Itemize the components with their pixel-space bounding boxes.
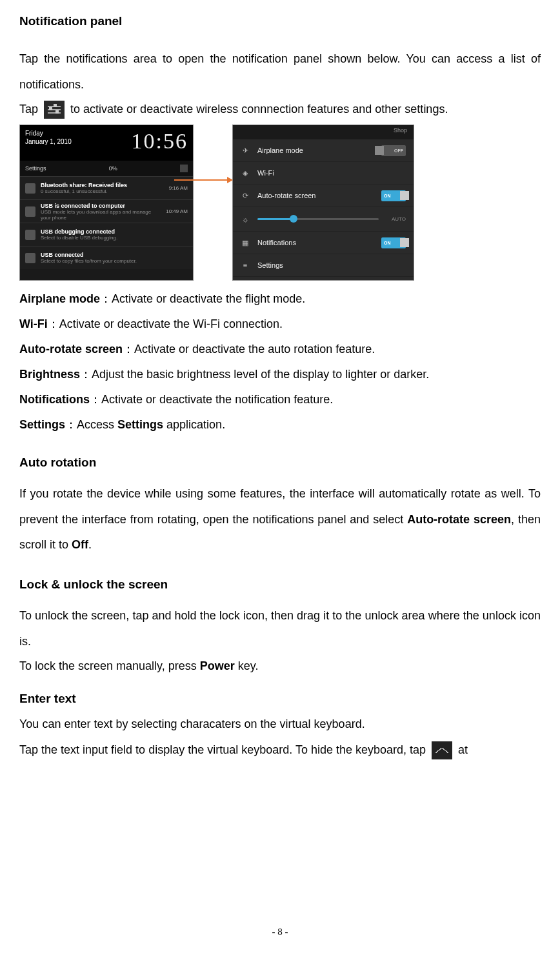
hide-keyboard-icon xyxy=(432,741,452,759)
def-autorotate: Auto-rotate screen：Activate or deactivat… xyxy=(19,337,541,361)
debug-icon xyxy=(25,230,35,240)
notif-item-usb-storage: USB connected Select to copy files to/fr… xyxy=(20,246,193,269)
notif-date: January 1, 2010 xyxy=(25,137,72,146)
quick-row-settings: ≡ Settings xyxy=(233,254,414,277)
notif-time-label: 9:16 AM xyxy=(169,185,188,191)
def-desc: ：Adjust the basic brightness level of th… xyxy=(80,368,429,381)
notif-statusbar: Settings 0% xyxy=(20,161,193,176)
def-notifications: Notifications：Activate or deactivate the… xyxy=(19,388,541,411)
def-desc: ：Activate or deactivate the notification… xyxy=(90,393,333,406)
notif-time-label: 10:49 AM xyxy=(166,208,188,214)
quick-settings-icon xyxy=(180,165,188,172)
quick-row-wifi: ◈ Wi-Fi xyxy=(233,162,414,185)
brightness-slider xyxy=(257,218,379,220)
screenshot-notification-panel: Friday January 1, 2010 10:56 Settings 0%… xyxy=(19,125,194,281)
airplane-toggle: OFF xyxy=(381,145,406,156)
settings-toggle-icon xyxy=(44,101,65,119)
notif-sub: Select to copy files to/from your comput… xyxy=(41,258,188,264)
def-wifi: Wi-Fi：Activate or deactivate the Wi-Fi c… xyxy=(19,312,541,336)
wifi-icon: ◈ xyxy=(241,168,250,177)
notif-header: Friday January 1, 2010 10:56 xyxy=(20,125,193,161)
notif-sub: Select to disable USB debugging. xyxy=(41,235,188,241)
status-right: 0% xyxy=(109,165,117,172)
def-settings: Settings：Access Settings application. xyxy=(19,413,541,436)
slider-thumb xyxy=(290,215,297,223)
notif-item-bluetooth: Bluetooth share: Received files 0 succes… xyxy=(20,176,193,199)
def-desc-3: application. xyxy=(163,418,225,431)
para-text: To lock the screen manually, press xyxy=(19,659,200,672)
screenshots-row: Friday January 1, 2010 10:56 Settings 0%… xyxy=(19,125,541,281)
status-left: Settings xyxy=(25,165,46,172)
para-text: at xyxy=(458,743,468,756)
para-bold: Auto-rotate screen xyxy=(407,513,511,526)
def-desc-1: ：Access xyxy=(65,418,117,431)
notif-title: USB is connected to computer xyxy=(41,203,161,209)
notif-date-block: Friday January 1, 2010 xyxy=(25,129,72,157)
entertext-para2: Tap the text input field to display the … xyxy=(19,739,541,760)
tap-prefix: Tap xyxy=(19,103,38,115)
notif-sub: USB mode lets you download apps and mana… xyxy=(41,209,161,221)
entertext-para1: You can enter text by selecting characat… xyxy=(19,712,541,736)
notif-item-usb-debug: USB debugging connected Select to disabl… xyxy=(20,223,193,246)
quick-row-airplane: ✈ Airplane mode OFF xyxy=(233,139,414,162)
unlock-paragraph: To unlock the screen, tap and hold the l… xyxy=(19,603,541,654)
para-bold: Off xyxy=(72,538,88,551)
quick-topbar: Shop xyxy=(233,125,414,139)
wifi-label: Wi-Fi xyxy=(257,169,406,177)
quick-row-notifications: ▦ Notifications ON xyxy=(233,232,414,254)
gear-icon: ≡ xyxy=(241,261,250,270)
bell-icon: ▦ xyxy=(241,238,250,247)
def-airplane: Airplane mode：Activate or deactivate the… xyxy=(19,287,541,310)
notif-title: USB debugging connected xyxy=(41,228,188,235)
brightness-icon: ☼ xyxy=(241,215,250,224)
page-number: - 8 - xyxy=(0,927,560,938)
rotate-icon: ⟳ xyxy=(241,191,250,200)
screenshot-quick-settings: Shop ✈ Airplane mode OFF ◈ Wi-Fi ⟳ Auto-… xyxy=(232,125,414,281)
def-desc: ：Activate or deactivate the auto rotatio… xyxy=(123,343,375,356)
heading-notification-panel: Notification panel xyxy=(19,14,541,28)
def-term: Airplane mode xyxy=(19,292,100,305)
intro-paragraph: Tap the notifications area to open the n… xyxy=(19,46,541,97)
def-term: Notifications xyxy=(19,393,90,406)
notif-day: Friday xyxy=(25,129,72,137)
brightness-auto-label: AUTO xyxy=(392,216,406,222)
tap-instruction-line: Tap to activate or deactivate wireless c… xyxy=(19,97,541,121)
autorotate-label: Auto-rotate screen xyxy=(257,192,374,199)
settings-label: Settings xyxy=(257,261,406,269)
def-term: Settings xyxy=(19,418,65,431)
heading-auto-rotation: Auto rotation xyxy=(19,456,541,470)
airplane-label: Airplane mode xyxy=(257,146,374,154)
bluetooth-icon xyxy=(25,183,35,194)
notifications-toggle: ON xyxy=(381,237,406,248)
para-text: key. xyxy=(235,659,259,672)
def-desc-bold: Settings xyxy=(117,418,163,431)
usb-icon xyxy=(25,206,35,217)
quick-row-brightness: ☼ AUTO xyxy=(233,207,414,232)
airplane-icon: ✈ xyxy=(241,146,250,155)
arrow-icon xyxy=(174,179,232,181)
para-bold: Power xyxy=(200,659,235,672)
notif-title: Bluetooth share: Received files xyxy=(41,182,164,188)
para-text: Tap the text input field to display the … xyxy=(19,743,429,756)
lock-paragraph: To lock the screen manually, press Power… xyxy=(19,654,541,677)
def-desc: ：Activate or deactivate the flight mode. xyxy=(100,292,305,305)
tap-suffix: to activate or deactivate wireless connn… xyxy=(70,103,448,115)
def-term: Brightness xyxy=(19,368,80,381)
heading-lock-unlock: Lock & unlock the screen xyxy=(19,577,541,592)
heading-enter-text: Enter text xyxy=(19,692,541,706)
def-brightness: Brightness：Adjust the basic brightness l… xyxy=(19,363,541,386)
autorotation-paragraph: If you rotate the device while using som… xyxy=(19,481,541,558)
quick-row-autorotate: ⟳ Auto-rotate screen ON xyxy=(233,185,414,207)
notifications-label: Notifications xyxy=(257,239,374,246)
notif-item-usb-connected: USB is connected to computer USB mode le… xyxy=(20,199,193,223)
notif-title: USB connected xyxy=(41,252,188,258)
def-term: Auto-rotate screen xyxy=(19,343,123,356)
usb-storage-icon xyxy=(25,253,35,263)
para-text: . xyxy=(88,538,92,551)
notif-sub: 0 successful, 1 unsuccessful. xyxy=(41,188,164,194)
def-desc: ：Activate or deactivate the Wi-Fi connec… xyxy=(48,317,283,330)
def-term: Wi-Fi xyxy=(19,317,48,330)
notif-time: 10:56 xyxy=(132,129,188,157)
autorotate-toggle: ON xyxy=(381,190,406,201)
